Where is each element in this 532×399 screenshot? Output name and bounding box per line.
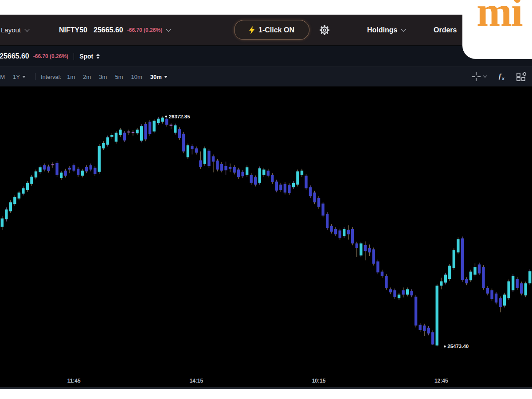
gear-icon [318,24,331,36]
bottom-strip [0,387,532,389]
triangle-up-icon [96,54,100,56]
holdings-label: Holdings [367,26,397,34]
chevron-down-icon [24,27,29,31]
interval-3m-button[interactable]: 3m [99,74,107,80]
layout-menu[interactable]: Layout [1,15,29,45]
top-bar: Layout NIFTY50 25665.60 -66.70 (0.26%) 1… [0,15,532,46]
candlestick-chart[interactable]: 26372.8525473.40 [0,86,532,376]
chevron-down-icon [483,74,487,78]
symbol-menu[interactable]: NIFTY50 25665.60 -66.70 (0.26%) [59,15,170,45]
symbol-name: NIFTY50 [59,26,87,34]
x-axis-label: 12:45 [428,378,454,384]
quote-price: 25665.60 [0,52,29,60]
x-axis: 11:4514:1510:1512:45 [0,376,532,387]
interval-2m-button[interactable]: 2m [83,74,91,80]
quote-change: -66.70 (0.26%) [33,53,68,59]
x-axis-label: 10:15 [305,378,332,384]
low-price-annotation: 25473.40 [447,344,469,349]
fx-sub: x [502,76,505,82]
range-1y-label: 1Y [13,74,20,80]
spot-switch-button[interactable] [96,54,100,59]
caret-down-icon [22,76,26,78]
orders-menu[interactable]: Orders [434,15,457,45]
symbol-change: -66.70 (0.26%) [127,27,162,33]
symbol-price: 25665.60 [94,26,123,34]
range-3m-button[interactable]: 3M [0,74,5,80]
orders-label: Orders [434,26,457,34]
range-1y-button[interactable]: 1Y [13,74,26,80]
interval-10m-button[interactable]: 10m [131,74,142,80]
trading-app-window: Layout NIFTY50 25665.60 -66.70 (0.26%) 1… [0,15,532,389]
quote-bar: 25665.60 -66.70 (0.26%) Spot [0,46,532,67]
lightning-icon [249,26,255,34]
fx-icon: ƒ [498,72,502,80]
grid-layout-icon [516,72,526,82]
interval-5m-button[interactable]: 5m [115,74,123,80]
interval-30m-label: 30m [150,74,162,80]
one-click-toggle-button[interactable]: 1-Click ON [234,20,309,40]
interval-label: Interval: [41,74,61,80]
chevron-down-icon [401,27,406,31]
layout-menu-label: Layout [1,26,21,34]
divider [74,53,74,60]
interval-1m-button[interactable]: 1m [67,74,75,80]
layout-grid-button[interactable] [516,72,526,82]
indicators-button[interactable]: ƒx [498,72,505,81]
high-price-annotation: 26372.85 [169,114,191,119]
one-click-label: 1-Click ON [258,26,294,34]
chart-toolbar: 3M 1Y Interval: 1m 2m 3m 5m 10m 30m [0,67,532,86]
crosshair-icon [471,72,481,82]
settings-button[interactable] [318,15,331,45]
holdings-menu[interactable]: Holdings [367,15,405,45]
x-axis-label: 11:45 [61,378,87,384]
brand-logo-box: mi [462,0,532,59]
caret-down-icon [164,76,168,78]
interval-30m-button[interactable]: 30m [150,74,168,80]
crosshair-tool-button[interactable] [471,72,486,82]
triangle-down-icon [96,57,100,59]
x-axis-label: 14:15 [183,378,210,384]
divider [35,73,35,80]
brand-logo: mi [477,0,522,36]
mode-selector-label: Spot [79,53,93,60]
chevron-down-icon [166,27,171,31]
